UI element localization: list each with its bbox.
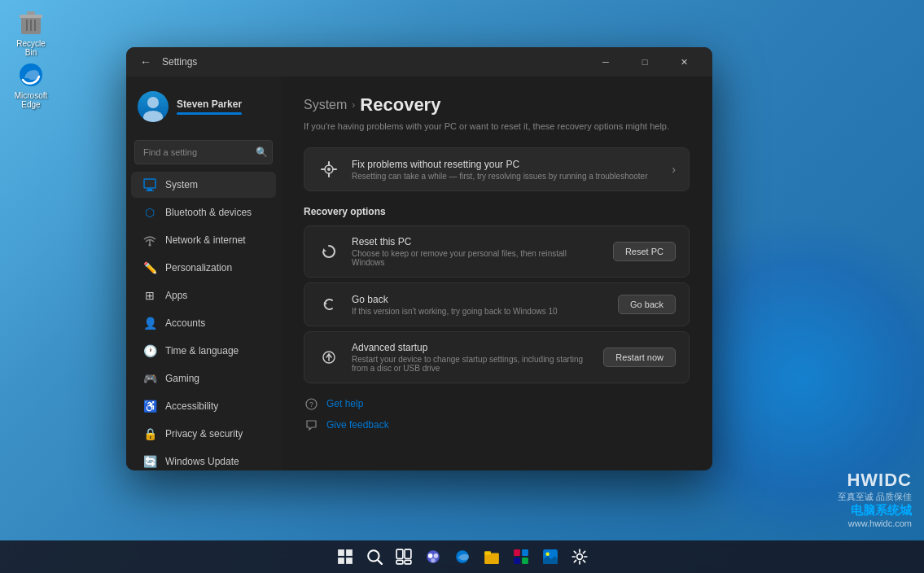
advanced-startup-card: Advanced startup Restart your device to … <box>304 331 690 383</box>
personalization-icon: ✏️ <box>142 260 157 275</box>
user-info: Steven Parker <box>177 98 269 115</box>
svg-rect-41 <box>522 558 528 564</box>
svg-rect-10 <box>147 189 152 190</box>
svg-rect-21 <box>338 549 344 556</box>
edge-label: Microsoft Edge <box>10 91 52 109</box>
taskbar-start[interactable] <box>334 545 357 568</box>
reset-pc-card: Reset this PC Choose to keep or remove y… <box>304 225 690 278</box>
svg-rect-40 <box>514 558 520 564</box>
taskbar-search[interactable] <box>363 545 386 568</box>
sidebar-label-system: System <box>165 179 198 190</box>
fix-problems-icon <box>317 158 340 181</box>
taskbar-store[interactable] <box>510 545 532 568</box>
give-feedback-icon <box>304 418 318 432</box>
svg-point-8 <box>143 111 163 122</box>
sidebar-label-personalization: Personalization <box>165 262 232 273</box>
taskbar-chat[interactable] <box>422 545 444 568</box>
sidebar-item-system[interactable]: System <box>131 172 276 198</box>
svg-rect-38 <box>514 549 520 556</box>
search-icon: 🔍 <box>256 147 268 158</box>
sidebar-item-windows-update[interactable]: 🔄 Windows Update <box>131 448 276 470</box>
taskbar-photos[interactable] <box>539 545 562 568</box>
reset-pc-button[interactable]: Reset PC <box>613 242 676 261</box>
desktop-icon-edge[interactable]: Microsoft Edge <box>7 59 55 112</box>
sidebar-item-gaming[interactable]: 🎮 Gaming <box>131 365 276 391</box>
breadcrumb-current: Recovery <box>360 94 440 116</box>
taskbar-settings[interactable] <box>568 545 591 568</box>
watermark-brand: HWIDC <box>838 470 912 491</box>
window-controls: ─ □ ✕ <box>587 49 703 75</box>
sidebar-item-bluetooth[interactable]: ⬡ Bluetooth & devices <box>131 199 276 225</box>
svg-rect-29 <box>396 560 403 563</box>
svg-rect-22 <box>346 549 353 556</box>
accounts-icon: 👤 <box>142 316 157 330</box>
watermark-line3: www.hwidc.com <box>838 518 912 528</box>
breadcrumb-parent: System <box>304 98 347 112</box>
back-button[interactable]: ← <box>136 52 155 72</box>
restart-now-button[interactable]: Restart now <box>603 348 676 367</box>
search-box: 🔍 <box>134 140 273 164</box>
privacy-icon: 🔒 <box>142 426 157 441</box>
svg-rect-9 <box>144 179 155 188</box>
sidebar-item-privacy[interactable]: 🔒 Privacy & security <box>131 421 276 447</box>
fix-card-text: Fix problems without resetting your PC R… <box>352 159 660 181</box>
user-bar-decoration <box>177 112 242 115</box>
reset-pc-icon <box>317 240 340 263</box>
user-name: Steven Parker <box>177 98 269 110</box>
svg-point-43 <box>545 552 549 555</box>
time-icon: 🕐 <box>142 343 157 358</box>
svg-point-33 <box>433 553 438 558</box>
windows-update-icon: 🔄 <box>142 454 157 469</box>
close-button[interactable]: ✕ <box>665 49 703 75</box>
network-icon <box>142 233 157 247</box>
taskbar-taskview[interactable] <box>392 545 415 568</box>
watermark-line1: 至真至诚 品质保佳 <box>838 491 912 503</box>
sidebar-item-apps[interactable]: ⊞ Apps <box>131 282 276 308</box>
settings-window: ← Settings ─ □ ✕ Ste <box>126 47 712 470</box>
fix-card-desc: Resetting can take a while — first, try … <box>352 172 660 181</box>
get-help-link[interactable]: ? Get help <box>304 396 690 411</box>
go-back-text: Go back If this version isn't working, t… <box>352 294 607 316</box>
go-back-button[interactable]: Go back <box>618 295 676 314</box>
svg-rect-23 <box>338 558 344 564</box>
sidebar-item-accessibility[interactable]: ♿ Accessibility <box>131 393 276 419</box>
user-profile[interactable]: Steven Parker <box>126 83 281 130</box>
sidebar-label-network: Network & internet <box>165 234 246 246</box>
sidebar-label-accessibility: Accessibility <box>165 400 218 412</box>
minimize-button[interactable]: ─ <box>587 49 624 75</box>
taskbar-explorer[interactable] <box>480 545 503 568</box>
go-back-title: Go back <box>352 294 607 305</box>
svg-marker-15 <box>323 248 326 252</box>
svg-point-34 <box>431 558 436 563</box>
breadcrumb: System › Recovery <box>304 94 690 116</box>
search-input[interactable] <box>134 140 273 164</box>
sidebar-item-time[interactable]: 🕐 Time & language <box>131 338 276 364</box>
bluetooth-icon: ⬡ <box>142 205 157 220</box>
svg-point-44 <box>576 554 582 560</box>
svg-rect-37 <box>484 551 491 554</box>
taskbar-edge[interactable] <box>451 545 474 568</box>
svg-point-14 <box>327 168 331 171</box>
sidebar-item-personalization[interactable]: ✏️ Personalization <box>131 255 276 281</box>
desktop-icon-recycle-bin[interactable]: Recycle Bin <box>7 7 55 60</box>
accessibility-icon: ♿ <box>142 399 157 413</box>
go-back-icon <box>317 293 340 316</box>
reset-pc-text: Reset this PC Choose to keep or remove y… <box>352 236 602 267</box>
maximize-button[interactable]: □ <box>626 49 663 75</box>
advanced-startup-title: Advanced startup <box>352 342 592 353</box>
svg-rect-30 <box>405 560 411 563</box>
sidebar-item-accounts[interactable]: 👤 Accounts <box>131 310 276 336</box>
give-feedback-link[interactable]: Give feedback <box>304 418 690 432</box>
avatar <box>138 91 169 122</box>
svg-rect-28 <box>405 549 411 558</box>
svg-rect-39 <box>522 549 528 556</box>
page-description: If you're having problems with your PC o… <box>304 120 690 133</box>
svg-point-7 <box>147 97 159 108</box>
apps-icon: ⊞ <box>142 288 157 303</box>
footer-links: ? Get help Give feedback <box>304 396 690 432</box>
reset-pc-title: Reset this PC <box>352 236 602 247</box>
fix-problems-card[interactable]: Fix problems without resetting your PC R… <box>304 147 690 191</box>
main-content: System › Recovery If you're having probl… <box>281 77 712 470</box>
svg-rect-1 <box>20 15 42 18</box>
sidebar-item-network[interactable]: Network & internet <box>131 227 276 253</box>
